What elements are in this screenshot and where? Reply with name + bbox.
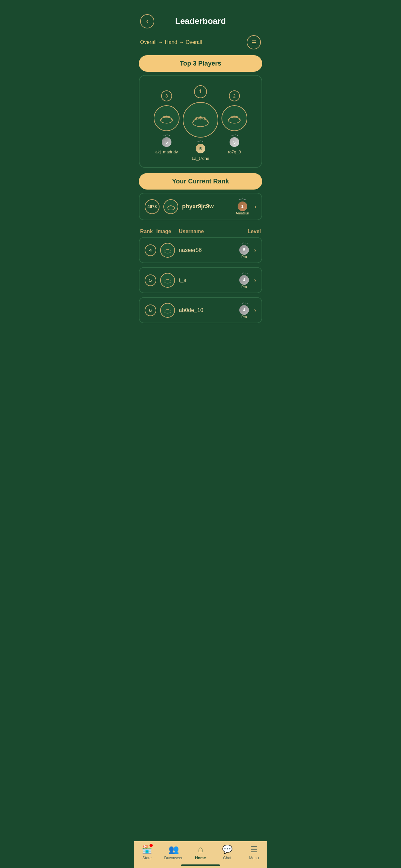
col-header-level: Level xyxy=(248,228,261,235)
svg-point-5 xyxy=(166,116,167,117)
svg-point-24 xyxy=(172,206,173,206)
svg-point-27 xyxy=(167,249,167,249)
player-name-3: akj_madridy xyxy=(155,150,178,154)
rank-badge-2: 2 xyxy=(229,90,240,101)
svg-point-36 xyxy=(169,309,169,310)
svg-point-20 xyxy=(237,117,237,118)
svg-point-31 xyxy=(167,279,167,279)
svg-point-30 xyxy=(166,279,166,280)
rank-badge-1: 1 xyxy=(194,85,207,98)
pro-badge: 〜⌒〜 4 Pro xyxy=(239,302,249,319)
page-title: Leaderboard xyxy=(175,16,226,26)
current-rank-number: 4678 xyxy=(145,199,159,214)
svg-point-22 xyxy=(169,206,169,206)
table-header: Rank Image Username Level xyxy=(134,223,267,237)
level-badge-1: 〜⌒〜 5 xyxy=(196,140,205,153)
svg-point-7 xyxy=(193,119,209,127)
svg-point-28 xyxy=(169,249,169,250)
avatar-3rd xyxy=(154,105,180,131)
filter-button[interactable]: ☰ xyxy=(247,35,261,50)
svg-point-11 xyxy=(196,118,197,119)
col-header-rank: Rank xyxy=(140,228,153,235)
current-username: phyxr9jc9w xyxy=(182,203,232,210)
list-item[interactable]: 6 ab0de_10 〜⌒〜 4 Pro › xyxy=(139,297,262,323)
current-user-avatar xyxy=(163,199,178,214)
player-card-1st[interactable]: 1 〜⌒〜 5 La_t7dne xyxy=(183,85,218,161)
player-card-2nd[interactable]: 2 〜⌒〜 5 ro7q_8 xyxy=(221,90,247,154)
avatar-1st xyxy=(183,102,218,137)
current-rank-section-header: Your Current Rank xyxy=(139,173,262,190)
row-avatar xyxy=(160,303,175,318)
current-rank-chevron: › xyxy=(254,203,256,210)
amateur-badge: 〜⌒〜 1 Amateur xyxy=(236,198,249,215)
rank-badge-3: 3 xyxy=(161,90,172,101)
avatar-2nd xyxy=(221,105,247,131)
svg-point-6 xyxy=(169,117,169,118)
pro-badge: 〜⌒〜 5 Pro xyxy=(239,242,249,259)
row-username: ab0de_10 xyxy=(179,307,235,314)
row-username: naseer56 xyxy=(179,247,235,253)
svg-point-12 xyxy=(200,118,201,119)
svg-point-18 xyxy=(232,117,232,118)
svg-point-32 xyxy=(169,279,169,280)
top3-container: 3 〜⌒〜 5 akj_madridy 1 xyxy=(139,75,262,168)
list-item[interactable]: 5 t_s 〜⌒〜 4 Pro › xyxy=(139,267,262,293)
svg-point-35 xyxy=(167,309,167,309)
breadcrumb: Overall → Hand → Overall ☰ xyxy=(134,33,267,52)
svg-point-26 xyxy=(166,249,166,250)
current-rank-row[interactable]: 4678 phyxr9jc9w 〜⌒〜 1 Amateur › xyxy=(139,193,262,220)
top3-section-header: Top 3 Players xyxy=(139,55,262,72)
svg-point-13 xyxy=(204,118,205,119)
svg-point-19 xyxy=(234,116,235,117)
player-name-1: La_t7dne xyxy=(192,156,209,161)
row-rank: 4 xyxy=(145,244,156,256)
col-header-username: Username xyxy=(179,228,244,235)
filter-icon: ☰ xyxy=(251,39,256,45)
row-chevron: › xyxy=(254,306,256,314)
level-badge-2: 〜⌒〜 5 xyxy=(229,134,239,147)
list-item[interactable]: 4 naseer56 〜⌒〜 5 Pro › xyxy=(139,237,262,263)
player-name-2: ro7q_8 xyxy=(228,150,241,154)
svg-point-34 xyxy=(166,309,166,310)
row-rank: 6 xyxy=(145,305,156,316)
player-card-3rd[interactable]: 3 〜⌒〜 5 akj_madridy xyxy=(154,90,180,154)
row-avatar xyxy=(160,273,175,288)
col-header-image: Image xyxy=(156,228,176,235)
row-chevron: › xyxy=(254,246,256,254)
level-badge-3: 〜⌒〜 5 xyxy=(162,134,172,147)
row-rank: 5 xyxy=(145,275,156,286)
back-button[interactable]: ‹ xyxy=(140,14,154,28)
svg-point-4 xyxy=(164,117,164,118)
row-username: t_s xyxy=(179,277,235,283)
row-chevron: › xyxy=(254,276,256,284)
header: ‹ Leaderboard xyxy=(134,0,267,33)
pro-badge: 〜⌒〜 4 Pro xyxy=(239,272,249,289)
row-avatar xyxy=(160,243,175,258)
